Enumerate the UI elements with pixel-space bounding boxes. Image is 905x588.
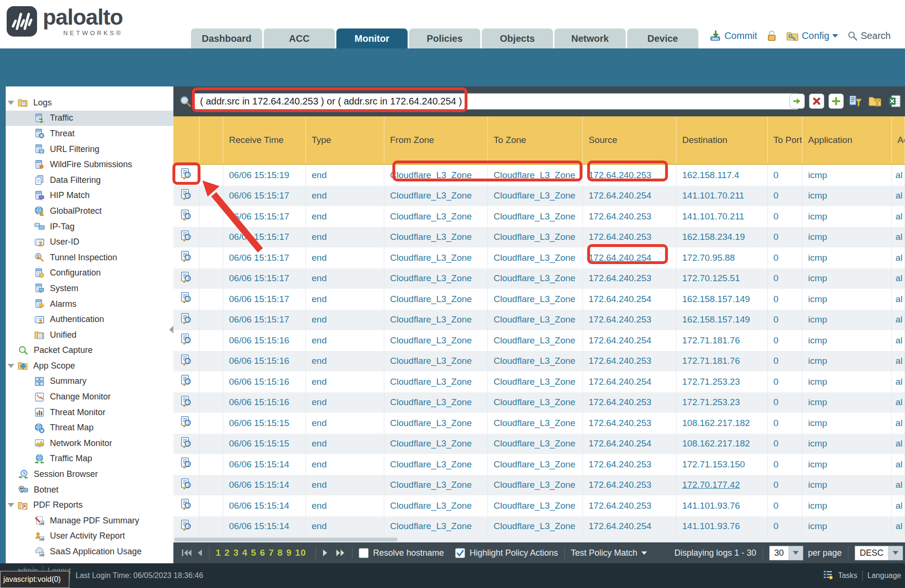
from-zone-value[interactable]: Cloudflare_L3_Zone <box>390 294 472 304</box>
application-value[interactable]: icmp <box>808 501 827 511</box>
action-value[interactable]: al <box>895 418 903 428</box>
source-value[interactable]: 172.64.240.253 <box>589 418 651 428</box>
to-zone-value[interactable]: Cloudflare_L3_Zone <box>494 190 575 201</box>
tab-dashboard[interactable]: Dashboard <box>191 28 262 48</box>
sidebar-item-ip-tag[interactable]: IP-Tag <box>6 219 173 235</box>
destination-value[interactable]: 162.158.157.149 <box>682 294 750 304</box>
log-detail-magnifier-icon[interactable] <box>180 457 192 472</box>
type-value[interactable]: end <box>312 314 327 325</box>
column-header-destination[interactable]: Destination <box>676 116 768 164</box>
to-port-value[interactable]: 0 <box>773 335 779 346</box>
next-page-icon[interactable] <box>322 548 329 558</box>
application-value[interactable]: icmp <box>808 356 827 366</box>
destination-value[interactable]: 162.158.234.19 <box>682 232 745 242</box>
application-value[interactable]: icmp <box>808 521 827 531</box>
to-port-value[interactable]: 0 <box>773 253 779 263</box>
action-value[interactable]: al <box>895 501 903 511</box>
to-port-value[interactable]: 0 <box>773 211 779 222</box>
from-zone-value[interactable]: Cloudflare_L3_Zone <box>390 232 472 242</box>
test-policy-match-caret-icon[interactable] <box>641 551 647 555</box>
to-port-value[interactable]: 0 <box>773 418 779 428</box>
sidebar-item-threat-monitor[interactable]: Threat Monitor <box>6 405 173 420</box>
action-value[interactable]: al <box>895 211 903 222</box>
page-number-2[interactable]: 2 <box>225 548 230 558</box>
to-port-value[interactable]: 0 <box>773 273 779 284</box>
action-value[interactable]: al <box>895 397 903 408</box>
log-detail-magnifier-icon[interactable] <box>180 250 192 265</box>
to-port-value[interactable]: 0 <box>773 438 779 449</box>
page-number-4[interactable]: 4 <box>242 548 248 558</box>
tab-device[interactable]: Device <box>627 28 698 48</box>
action-value[interactable]: al <box>895 294 903 304</box>
column-header-from-zone[interactable]: From Zone <box>384 116 488 164</box>
expand-triangle-icon[interactable] <box>8 364 14 368</box>
sidebar-item-wildfire-submissions[interactable]: WildFire Submissions <box>6 157 173 172</box>
sidebar-item-botnet[interactable]: Botnet <box>6 482 173 498</box>
type-value[interactable]: end <box>312 232 327 242</box>
to-zone-value[interactable]: Cloudflare_L3_Zone <box>494 294 575 304</box>
sidebar-item-url-filtering[interactable]: URL Filtering <box>6 142 173 157</box>
destination-value[interactable]: 172.70.95.88 <box>682 253 735 263</box>
sidebar-item-session-browser[interactable]: Session Browser <box>6 466 173 482</box>
type-value[interactable]: end <box>312 480 327 490</box>
application-value[interactable]: icmp <box>808 397 827 408</box>
receive-time-value[interactable]: 06/06 15:15:14 <box>229 459 289 470</box>
log-detail-magnifier-icon[interactable] <box>180 498 192 513</box>
to-port-value[interactable]: 0 <box>773 521 779 531</box>
receive-time-value[interactable]: 06/06 15:15:17 <box>229 314 289 325</box>
prev-page-icon[interactable] <box>196 548 203 558</box>
action-value[interactable]: al <box>895 459 903 470</box>
tab-monitor[interactable]: Monitor <box>336 28 408 48</box>
application-value[interactable]: icmp <box>808 170 827 180</box>
sidebar-item-system[interactable]: System <box>6 281 173 296</box>
page-number-1[interactable]: 1 <box>216 548 221 558</box>
sidebar-item-traffic[interactable]: Traffic <box>6 111 173 126</box>
column-header-to-zone[interactable]: To Zone <box>488 116 583 164</box>
sidebar-item-pdf-reports[interactable]: PDF Reports <box>6 497 173 513</box>
expand-triangle-icon[interactable] <box>8 503 14 507</box>
action-value[interactable]: al <box>895 253 903 263</box>
lock-icon[interactable] <box>767 30 777 41</box>
type-value[interactable]: end <box>312 294 327 304</box>
type-value[interactable]: end <box>312 356 327 366</box>
destination-value[interactable]: 162.158.157.149 <box>682 314 750 325</box>
application-value[interactable]: icmp <box>808 335 827 346</box>
source-value[interactable]: 172.64.240.253 <box>589 314 651 325</box>
application-value[interactable]: icmp <box>808 211 827 222</box>
commit-button[interactable]: Commit <box>724 30 757 41</box>
log-detail-magnifier-icon[interactable] <box>180 292 192 306</box>
log-detail-magnifier-icon[interactable] <box>180 333 192 348</box>
tab-policies[interactable]: Policies <box>409 28 480 48</box>
to-port-value[interactable]: 0 <box>773 232 779 242</box>
sidebar-collapse-icon[interactable] <box>169 326 173 333</box>
column-header-source[interactable]: Source <box>583 116 676 164</box>
receive-time-value[interactable]: 06/06 15:15:15 <box>229 418 289 428</box>
column-header-to-port[interactable]: To Port <box>768 116 802 164</box>
search-button[interactable]: Search <box>861 30 891 41</box>
sidebar-item-manage-pdf-summary[interactable]: Manage PDF Summary <box>6 513 173 529</box>
sidebar-item-app-scope[interactable]: App Scope <box>6 358 173 374</box>
to-port-value[interactable]: 0 <box>773 377 779 387</box>
application-value[interactable]: icmp <box>808 294 827 304</box>
source-value[interactable]: 172.64.240.254 <box>589 294 651 304</box>
source-value[interactable]: 172.64.240.253 <box>589 459 651 470</box>
log-detail-magnifier-icon[interactable] <box>180 313 192 327</box>
to-port-value[interactable]: 0 <box>773 356 779 366</box>
application-value[interactable]: icmp <box>808 459 827 470</box>
page-number-3[interactable]: 3 <box>233 548 239 558</box>
sidebar-item-threat[interactable]: Threat <box>6 126 173 142</box>
application-value[interactable]: icmp <box>808 273 827 284</box>
destination-value[interactable]: 141.101.93.76 <box>682 521 740 531</box>
action-value[interactable]: al <box>895 273 903 284</box>
column-header-type[interactable]: Type <box>306 116 384 164</box>
receive-time-value[interactable]: 06/06 15:15:17 <box>229 253 289 263</box>
from-zone-value[interactable]: Cloudflare_L3_Zone <box>390 459 472 470</box>
from-zone-value[interactable]: Cloudflare_L3_Zone <box>390 480 472 490</box>
action-value[interactable]: al <box>895 480 903 490</box>
destination-value[interactable]: 141.101.70.211 <box>682 190 744 201</box>
first-page-icon[interactable] <box>181 548 192 558</box>
source-value[interactable]: 172.64.240.253 <box>589 170 651 180</box>
test-policy-match-button[interactable]: Test Policy Match <box>571 548 638 558</box>
log-detail-magnifier-icon[interactable] <box>180 209 192 224</box>
sidebar-item-packet-capture[interactable]: Packet Capture <box>6 343 173 359</box>
